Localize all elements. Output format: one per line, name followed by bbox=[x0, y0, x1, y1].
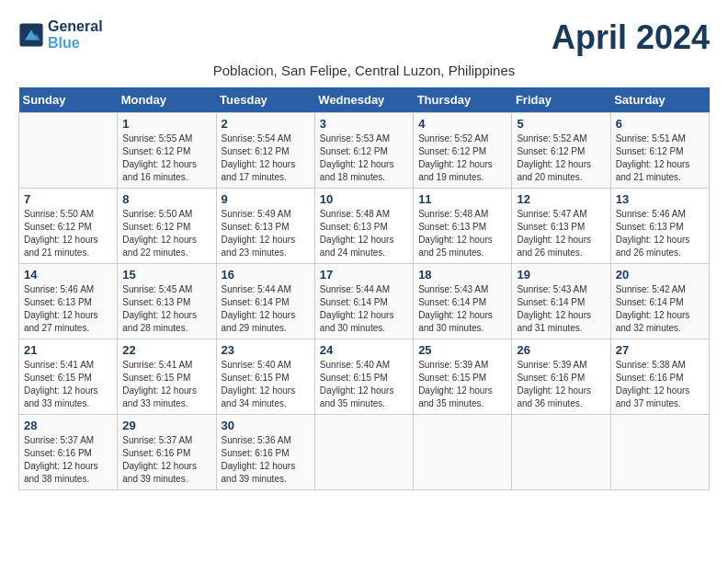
calendar-title: April 2024 bbox=[552, 18, 710, 57]
calendar-cell: 17Sunrise: 5:44 AM Sunset: 6:14 PM Dayli… bbox=[314, 264, 413, 339]
day-info: Sunrise: 5:39 AM Sunset: 6:16 PM Dayligh… bbox=[517, 359, 605, 410]
day-info: Sunrise: 5:38 AM Sunset: 6:16 PM Dayligh… bbox=[616, 359, 704, 410]
header-tuesday: Tuesday bbox=[216, 87, 314, 113]
calendar-cell: 27Sunrise: 5:38 AM Sunset: 6:16 PM Dayli… bbox=[610, 339, 709, 415]
day-number: 5 bbox=[517, 117, 605, 131]
day-info: Sunrise: 5:43 AM Sunset: 6:14 PM Dayligh… bbox=[418, 283, 506, 335]
header-friday: Friday bbox=[512, 87, 610, 113]
calendar-cell: 5Sunrise: 5:52 AM Sunset: 6:12 PM Daylig… bbox=[512, 113, 610, 189]
calendar-cell: 23Sunrise: 5:40 AM Sunset: 6:15 PM Dayli… bbox=[216, 339, 314, 415]
calendar-cell: 26Sunrise: 5:39 AM Sunset: 6:16 PM Dayli… bbox=[512, 339, 610, 415]
day-number: 8 bbox=[122, 192, 210, 206]
day-info: Sunrise: 5:41 AM Sunset: 6:15 PM Dayligh… bbox=[24, 359, 112, 410]
day-number: 24 bbox=[320, 343, 408, 357]
calendar-cell: 6Sunrise: 5:51 AM Sunset: 6:12 PM Daylig… bbox=[610, 113, 709, 189]
day-number: 30 bbox=[222, 419, 310, 432]
day-info: Sunrise: 5:40 AM Sunset: 6:15 PM Dayligh… bbox=[320, 359, 408, 410]
header-wednesday: Wednesday bbox=[314, 87, 413, 113]
calendar-cell: 3Sunrise: 5:53 AM Sunset: 6:12 PM Daylig… bbox=[314, 113, 413, 189]
day-number: 1 bbox=[122, 117, 210, 131]
day-number: 27 bbox=[616, 343, 704, 357]
day-info: Sunrise: 5:40 AM Sunset: 6:15 PM Dayligh… bbox=[222, 359, 310, 410]
day-number: 3 bbox=[320, 117, 408, 131]
header-saturday: Saturday bbox=[610, 87, 709, 113]
day-info: Sunrise: 5:52 AM Sunset: 6:12 PM Dayligh… bbox=[418, 132, 506, 184]
calendar-cell bbox=[414, 415, 512, 490]
calendar-cell: 18Sunrise: 5:43 AM Sunset: 6:14 PM Dayli… bbox=[414, 264, 512, 339]
calendar-cell: 25Sunrise: 5:39 AM Sunset: 6:15 PM Dayli… bbox=[414, 339, 512, 415]
calendar-week-1: 1Sunrise: 5:55 AM Sunset: 6:12 PM Daylig… bbox=[19, 113, 710, 189]
day-info: Sunrise: 5:48 AM Sunset: 6:13 PM Dayligh… bbox=[320, 208, 408, 259]
calendar-cell: 22Sunrise: 5:41 AM Sunset: 6:15 PM Dayli… bbox=[118, 339, 216, 415]
day-info: Sunrise: 5:39 AM Sunset: 6:15 PM Dayligh… bbox=[418, 359, 506, 410]
day-number: 20 bbox=[616, 268, 704, 282]
day-number: 11 bbox=[418, 192, 506, 206]
day-info: Sunrise: 5:45 AM Sunset: 6:13 PM Dayligh… bbox=[122, 283, 210, 335]
day-info: Sunrise: 5:43 AM Sunset: 6:14 PM Dayligh… bbox=[517, 283, 605, 335]
day-number: 28 bbox=[24, 419, 112, 432]
header-monday: Monday bbox=[118, 87, 216, 113]
calendar-cell: 12Sunrise: 5:47 AM Sunset: 6:13 PM Dayli… bbox=[512, 189, 610, 264]
calendar-cell: 29Sunrise: 5:37 AM Sunset: 6:16 PM Dayli… bbox=[118, 415, 216, 490]
day-info: Sunrise: 5:49 AM Sunset: 6:13 PM Dayligh… bbox=[222, 208, 310, 259]
calendar-week-3: 14Sunrise: 5:46 AM Sunset: 6:13 PM Dayli… bbox=[19, 264, 710, 339]
day-number: 14 bbox=[24, 268, 112, 282]
calendar-week-5: 28Sunrise: 5:37 AM Sunset: 6:16 PM Dayli… bbox=[19, 415, 710, 490]
day-info: Sunrise: 5:54 AM Sunset: 6:12 PM Dayligh… bbox=[222, 132, 310, 184]
day-info: Sunrise: 5:50 AM Sunset: 6:12 PM Dayligh… bbox=[122, 208, 210, 259]
day-number: 6 bbox=[616, 117, 704, 131]
day-number: 4 bbox=[418, 117, 506, 131]
day-number: 26 bbox=[517, 343, 605, 357]
calendar-subtitle: Poblacion, San Felipe, Central Luzon, Ph… bbox=[18, 63, 710, 78]
calendar-cell: 15Sunrise: 5:45 AM Sunset: 6:13 PM Dayli… bbox=[118, 264, 216, 339]
calendar-cell: 24Sunrise: 5:40 AM Sunset: 6:15 PM Dayli… bbox=[314, 339, 413, 415]
day-info: Sunrise: 5:48 AM Sunset: 6:13 PM Dayligh… bbox=[418, 208, 506, 259]
calendar-cell: 1Sunrise: 5:55 AM Sunset: 6:12 PM Daylig… bbox=[118, 113, 216, 189]
day-number: 22 bbox=[122, 343, 210, 357]
calendar-cell: 11Sunrise: 5:48 AM Sunset: 6:13 PM Dayli… bbox=[414, 189, 512, 264]
logo-line2: Blue bbox=[48, 35, 103, 52]
day-number: 10 bbox=[320, 192, 408, 206]
calendar-cell: 13Sunrise: 5:46 AM Sunset: 6:13 PM Dayli… bbox=[610, 189, 709, 264]
calendar-cell: 20Sunrise: 5:42 AM Sunset: 6:14 PM Dayli… bbox=[610, 264, 709, 339]
day-info: Sunrise: 5:44 AM Sunset: 6:14 PM Dayligh… bbox=[320, 283, 408, 335]
calendar-cell: 16Sunrise: 5:44 AM Sunset: 6:14 PM Dayli… bbox=[216, 264, 314, 339]
day-info: Sunrise: 5:44 AM Sunset: 6:14 PM Dayligh… bbox=[222, 283, 310, 335]
day-number: 2 bbox=[222, 117, 310, 131]
logo-icon bbox=[18, 22, 44, 48]
day-number: 15 bbox=[122, 268, 210, 282]
calendar-cell: 30Sunrise: 5:36 AM Sunset: 6:16 PM Dayli… bbox=[216, 415, 314, 490]
day-number: 7 bbox=[24, 192, 112, 206]
day-number: 23 bbox=[222, 343, 310, 357]
header-thursday: Thursday bbox=[414, 87, 512, 113]
day-info: Sunrise: 5:36 AM Sunset: 6:16 PM Dayligh… bbox=[222, 434, 310, 486]
calendar-header-row: SundayMondayTuesdayWednesdayThursdayFrid… bbox=[19, 87, 710, 113]
day-number: 12 bbox=[517, 192, 605, 206]
calendar-cell: 7Sunrise: 5:50 AM Sunset: 6:12 PM Daylig… bbox=[19, 189, 118, 264]
logo-line1: General bbox=[48, 18, 103, 35]
day-info: Sunrise: 5:53 AM Sunset: 6:12 PM Dayligh… bbox=[320, 132, 408, 184]
calendar-cell: 10Sunrise: 5:48 AM Sunset: 6:13 PM Dayli… bbox=[314, 189, 413, 264]
calendar-cell: 4Sunrise: 5:52 AM Sunset: 6:12 PM Daylig… bbox=[414, 113, 512, 189]
calendar-cell: 21Sunrise: 5:41 AM Sunset: 6:15 PM Dayli… bbox=[19, 339, 118, 415]
day-number: 13 bbox=[616, 192, 704, 206]
calendar-cell bbox=[610, 415, 709, 490]
calendar-cell: 28Sunrise: 5:37 AM Sunset: 6:16 PM Dayli… bbox=[19, 415, 118, 490]
day-number: 17 bbox=[320, 268, 408, 282]
calendar-cell: 2Sunrise: 5:54 AM Sunset: 6:12 PM Daylig… bbox=[216, 113, 314, 189]
calendar-cell: 9Sunrise: 5:49 AM Sunset: 6:13 PM Daylig… bbox=[216, 189, 314, 264]
calendar-table: SundayMondayTuesdayWednesdayThursdayFrid… bbox=[18, 87, 710, 490]
day-info: Sunrise: 5:47 AM Sunset: 6:13 PM Dayligh… bbox=[517, 208, 605, 259]
day-info: Sunrise: 5:52 AM Sunset: 6:12 PM Dayligh… bbox=[517, 132, 605, 184]
day-number: 16 bbox=[222, 268, 310, 282]
calendar-cell: 8Sunrise: 5:50 AM Sunset: 6:12 PM Daylig… bbox=[118, 189, 216, 264]
day-info: Sunrise: 5:46 AM Sunset: 6:13 PM Dayligh… bbox=[24, 283, 112, 335]
day-number: 21 bbox=[24, 343, 112, 357]
calendar-cell bbox=[512, 415, 610, 490]
day-info: Sunrise: 5:37 AM Sunset: 6:16 PM Dayligh… bbox=[24, 434, 112, 486]
calendar-week-4: 21Sunrise: 5:41 AM Sunset: 6:15 PM Dayli… bbox=[19, 339, 710, 415]
header-sunday: Sunday bbox=[19, 87, 118, 113]
day-number: 29 bbox=[122, 419, 210, 432]
day-number: 19 bbox=[517, 268, 605, 282]
day-number: 18 bbox=[418, 268, 506, 282]
